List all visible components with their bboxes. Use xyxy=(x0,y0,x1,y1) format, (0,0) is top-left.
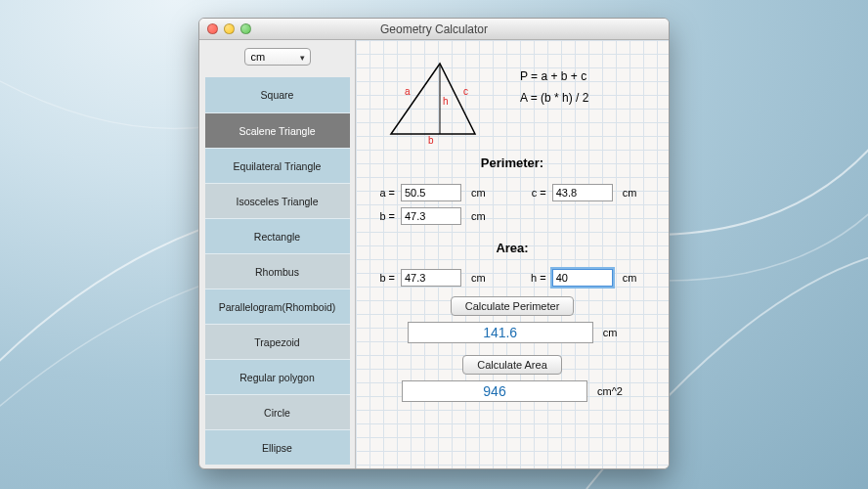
unit-select-value: cm xyxy=(251,51,266,63)
label-area-b: b = xyxy=(373,272,395,284)
unit-area-b: cm xyxy=(471,272,486,284)
shape-item-label: Rhombus xyxy=(255,266,299,278)
area-result: 946 xyxy=(402,380,587,402)
shape-item[interactable]: Circle xyxy=(205,394,350,429)
input-area-b[interactable] xyxy=(401,269,461,287)
shape-item-label: Regular polygon xyxy=(239,372,314,383)
content: cm SquareScalene TriangleEquilateral Tri… xyxy=(199,40,669,468)
triangle-diagram: a b c h xyxy=(373,52,491,146)
shape-item-label: Scalene Triangle xyxy=(239,125,315,137)
diagram-label-a: a xyxy=(405,86,411,97)
shape-item[interactable]: Square xyxy=(205,77,350,112)
main-panel: a b c h P = a + b + c A = (b * h) / 2 Pe… xyxy=(356,40,669,468)
shape-item-label: Square xyxy=(261,89,294,101)
shape-item[interactable]: Ellipse xyxy=(205,429,350,465)
minimize-icon[interactable] xyxy=(224,23,235,34)
diagram-label-c: c xyxy=(463,86,468,97)
unit-area-h: cm xyxy=(623,272,637,284)
unit-a: cm xyxy=(471,187,486,199)
shape-item-label: Ellipse xyxy=(262,442,292,454)
diagram-label-b: b xyxy=(428,135,434,146)
input-b[interactable] xyxy=(401,207,461,225)
sidebar: cm SquareScalene TriangleEquilateral Tri… xyxy=(199,40,356,468)
input-a[interactable] xyxy=(401,184,461,201)
input-area-h[interactable] xyxy=(552,269,613,287)
shape-item-label: Isosceles Triangle xyxy=(236,196,318,207)
perimeter-title: Perimeter: xyxy=(373,156,651,170)
diagram-label-h: h xyxy=(443,96,449,107)
calc-perimeter-button[interactable]: Calculate Perimeter xyxy=(451,296,575,316)
label-a: a = xyxy=(373,187,395,199)
calc-area-button[interactable]: Calculate Area xyxy=(462,355,562,375)
close-icon[interactable] xyxy=(207,23,218,34)
titlebar: Geometry Calculator xyxy=(199,19,669,40)
label-area-h: h = xyxy=(525,272,546,284)
shape-item[interactable]: Isosceles Triangle xyxy=(205,183,350,218)
shape-item-label: Parallelogram(Rhomboid) xyxy=(219,301,336,313)
app-window: Geometry Calculator cm SquareScalene Tri… xyxy=(198,18,670,469)
shape-item[interactable]: Trapezoid xyxy=(205,324,350,359)
shape-item-label: Equilateral Triangle xyxy=(234,160,322,172)
area-result-unit: cm^2 xyxy=(597,385,623,397)
shape-list: SquareScalene TriangleEquilateral Triang… xyxy=(205,77,350,465)
unit-c: cm xyxy=(623,187,637,199)
shape-item-label: Circle xyxy=(264,407,290,419)
shape-item[interactable]: Parallelogram(Rhomboid) xyxy=(205,289,350,324)
perimeter-result-unit: cm xyxy=(603,327,618,338)
unit-select[interactable]: cm xyxy=(244,48,311,66)
input-c[interactable] xyxy=(552,184,613,201)
shape-item[interactable]: Scalene Triangle xyxy=(205,112,350,148)
perimeter-result: 141.6 xyxy=(408,322,593,343)
shape-item[interactable]: Regular polygon xyxy=(205,359,350,394)
shape-item[interactable]: Rhombus xyxy=(205,253,350,289)
shape-item[interactable]: Equilateral Triangle xyxy=(205,148,350,183)
shape-item-label: Trapezoid xyxy=(254,336,299,348)
formulas: P = a + b + c A = (b * h) / 2 xyxy=(520,66,588,109)
shape-item[interactable]: Rectangle xyxy=(205,218,350,253)
shape-item-label: Rectangle xyxy=(254,231,300,243)
svg-marker-0 xyxy=(391,64,475,134)
area-title: Area: xyxy=(373,241,651,255)
window-title: Geometry Calculator xyxy=(380,22,488,36)
zoom-icon[interactable] xyxy=(240,23,251,34)
formula-perimeter: P = a + b + c xyxy=(520,66,588,87)
label-c: c = xyxy=(525,187,546,199)
window-controls xyxy=(207,23,251,34)
unit-b: cm xyxy=(471,210,486,222)
formula-area: A = (b * h) / 2 xyxy=(520,87,588,109)
label-b: b = xyxy=(373,210,395,222)
